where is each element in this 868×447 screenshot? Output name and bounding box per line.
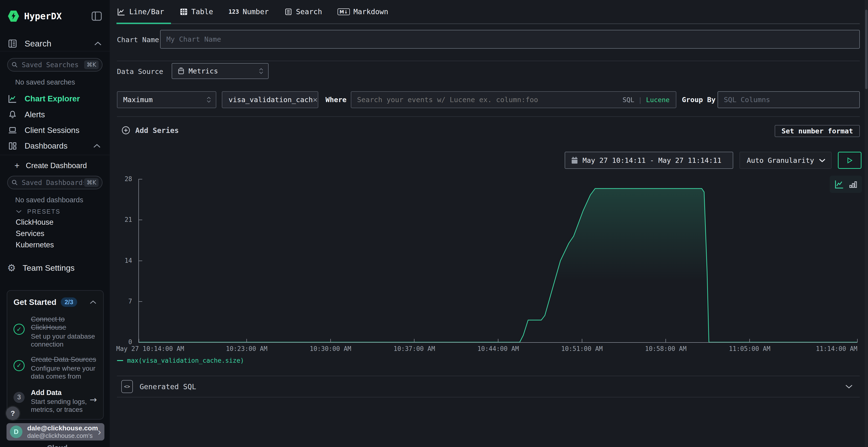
chevron-up-icon[interactable] xyxy=(89,300,97,304)
metric-chip[interactable]: visa_validation_cach × xyxy=(222,91,318,108)
tab-search[interactable]: Search xyxy=(284,0,322,23)
search-icon xyxy=(11,179,18,186)
sidebar-item-label: Client Sessions xyxy=(25,126,79,135)
sidebar-item-label: Chart Explorer xyxy=(25,94,80,103)
legend-line-swatch xyxy=(117,360,123,361)
scrollbar-thumb[interactable] xyxy=(865,10,868,89)
date-range-value: May 27 10:14:11 - May 27 11:14:11 xyxy=(583,156,721,165)
sidebar-item-dashboards[interactable]: Dashboards xyxy=(0,139,110,153)
tab-markdown[interactable]: M↓ Markdown xyxy=(338,0,388,23)
avatar: D xyxy=(10,425,23,438)
search-icon xyxy=(11,61,18,68)
step-number-badge: 3 xyxy=(13,392,25,403)
x-tick-label: 10:51:00 AM xyxy=(561,345,603,352)
bell-icon xyxy=(8,110,18,119)
chart-name-input[interactable] xyxy=(161,35,859,43)
gear-icon: ⚙ xyxy=(7,262,16,273)
get-started-item-desc: Start sending logs, metrics, or traces xyxy=(31,398,90,414)
tab-label: Line/Bar xyxy=(129,7,164,16)
chart-legend[interactable]: max(visa_validation_cache.size) xyxy=(117,357,244,364)
search-section-title: Search xyxy=(25,39,51,48)
get-started-item[interactable]: ✓ Create Data Sources Configure where yo… xyxy=(7,348,103,380)
saved-searches-search[interactable]: ⌘K xyxy=(7,58,102,72)
shortcut-badge: ⌘K xyxy=(84,178,99,187)
x-tick-label: 11:14:00 AM xyxy=(816,345,858,352)
line-bar-chart-icon xyxy=(117,7,126,16)
divider xyxy=(117,61,860,61)
get-started-item[interactable]: 3 Add Data Start sending logs, metrics, … xyxy=(7,380,103,414)
check-mark: ✓ xyxy=(17,362,22,369)
tab-label: Search xyxy=(296,7,322,16)
tab-label: Table xyxy=(191,7,213,16)
chart-type-tabbar: Line/Bar Table 123 Number Search M↓ Mark… xyxy=(117,0,860,24)
sidebar-item-chart-explorer[interactable]: Chart Explorer xyxy=(0,92,110,105)
preset-services[interactable]: Services xyxy=(16,229,44,238)
where-input[interactable] xyxy=(351,96,623,104)
aggregation-select[interactable]: Maximum xyxy=(117,91,216,108)
scrollbar[interactable] xyxy=(865,0,868,447)
sidebar-collapse-icon[interactable] xyxy=(91,11,102,21)
help-button[interactable]: ? xyxy=(6,407,20,420)
presets-toggle[interactable]: PRESETS xyxy=(16,208,61,215)
x-tick-label: 10:37:00 AM xyxy=(394,345,435,352)
get-started-item[interactable]: ✓ Connect to ClickHouse Set up your data… xyxy=(7,307,103,348)
chevron-down-icon xyxy=(818,158,826,163)
close-icon[interactable]: × xyxy=(313,95,317,105)
select-chevrons-icon xyxy=(206,97,212,103)
run-query-button[interactable] xyxy=(838,152,862,169)
check-circle-icon: ✓ xyxy=(13,324,25,335)
lang-sql[interactable]: SQL xyxy=(623,96,634,104)
avatar-initial: D xyxy=(14,428,19,436)
data-source-select[interactable]: Metrics xyxy=(172,63,269,79)
get-started-item-title: Connect to ClickHouse xyxy=(31,315,97,332)
saved-searches-input[interactable] xyxy=(21,61,84,69)
add-series-button[interactable]: Add Series xyxy=(121,126,179,135)
tab-table[interactable]: Table xyxy=(180,0,213,23)
get-started-item-title: Add Data xyxy=(31,388,90,397)
chart-plot-area[interactable] xyxy=(139,179,858,342)
query-language-toggle[interactable]: SQL | Lucene xyxy=(623,96,670,104)
y-tick-label: 14 xyxy=(125,257,132,264)
user-secondary: dale@clickhouse.com's xyxy=(27,432,98,440)
search-section-header[interactable]: Search xyxy=(8,38,102,49)
x-tick-label: 10:58:00 AM xyxy=(645,345,686,352)
x-tick-label: 11:05:00 AM xyxy=(729,345,770,352)
date-range-picker[interactable]: May 27 10:14:11 - May 27 11:14:11 xyxy=(565,152,733,169)
get-started-item-desc: Configure where your data comes from xyxy=(31,365,97,380)
chevron-down-icon[interactable] xyxy=(845,384,853,389)
tab-line-bar[interactable]: Line/Bar xyxy=(117,0,164,23)
app-title: HyperDX xyxy=(24,11,62,22)
search-section-icon xyxy=(8,39,18,48)
user-email: dale@clickhouse.com xyxy=(27,424,98,432)
sidebar-item-alerts[interactable]: Alerts xyxy=(0,108,110,122)
create-dashboard-label: Create Dashboard xyxy=(26,161,87,170)
set-number-format-label: Set number format xyxy=(781,127,853,135)
code-icon: <> xyxy=(121,380,133,393)
markdown-icon: M↓ xyxy=(338,8,350,15)
team-settings-item[interactable]: ⚙ Team Settings xyxy=(7,263,74,273)
create-dashboard-button[interactable]: + Create Dashboard xyxy=(14,161,87,171)
granularity-select[interactable]: Auto Granularity xyxy=(740,152,832,169)
no-saved-dashboards-text: No saved dashboards xyxy=(15,196,83,204)
set-number-format-button[interactable]: Set number format xyxy=(775,125,860,137)
no-saved-searches-text: No saved searches xyxy=(15,78,75,86)
chevron-up-icon xyxy=(94,41,102,46)
laptop-icon xyxy=(8,126,18,135)
select-chevrons-icon xyxy=(258,68,264,74)
chevron-down-icon xyxy=(16,209,22,213)
chart-name-label: Chart Name xyxy=(117,36,159,44)
preset-kubernetes[interactable]: Kubernetes xyxy=(16,241,54,249)
divider xyxy=(117,116,860,117)
tab-number[interactable]: 123 Number xyxy=(228,0,269,23)
saved-dashboards-search[interactable]: ⌘K xyxy=(7,176,102,189)
saved-dashboards-input[interactable] xyxy=(21,178,84,187)
number-123-icon: 123 xyxy=(228,8,239,15)
preset-clickhouse[interactable]: ClickHouse xyxy=(16,218,54,227)
divider xyxy=(0,155,110,155)
group-by-input[interactable] xyxy=(718,96,859,104)
lang-lucene[interactable]: Lucene xyxy=(646,96,670,104)
x-tick-label: May 27 10:14:00 AM xyxy=(116,345,184,352)
user-menu[interactable]: D dale@clickhouse.com dale@clickhouse.co… xyxy=(6,423,104,441)
sidebar-item-client-sessions[interactable]: Client Sessions xyxy=(0,124,110,137)
generated-sql-panel[interactable]: <> Generated SQL xyxy=(117,376,860,398)
